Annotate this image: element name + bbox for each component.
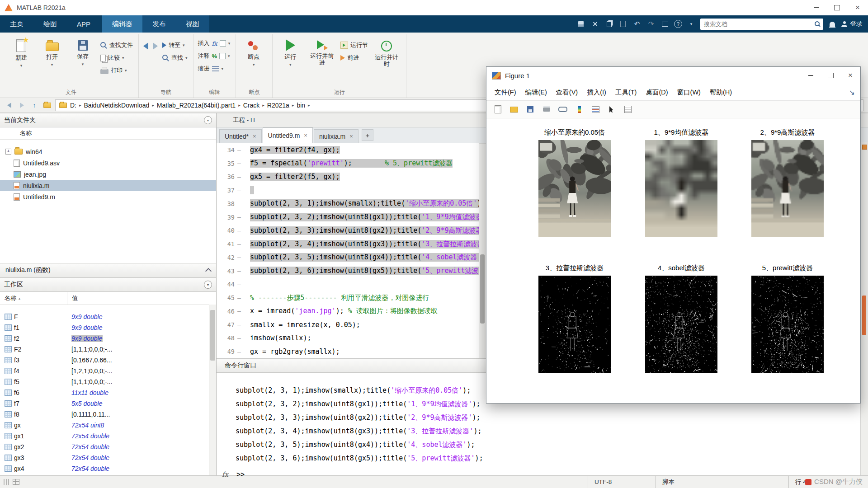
editor-tab[interactable]: Untitled*× xyxy=(219,129,262,143)
tab-apps[interactable]: APP xyxy=(67,15,100,33)
workspace-variable-row[interactable]: gx472x54 double xyxy=(0,463,216,474)
minimize-button[interactable] xyxy=(806,0,826,15)
breakpoints-button[interactable]: 断点 ▾ xyxy=(241,35,267,67)
tab-view[interactable]: 视图 xyxy=(176,15,209,33)
tab-publish[interactable]: 发布 xyxy=(142,15,176,33)
breadcrumb-separator-icon[interactable]: ▸ xyxy=(307,103,311,108)
breadcrumb-segment[interactable]: R2021a xyxy=(265,102,292,109)
search-icon[interactable] xyxy=(815,21,821,27)
nav-forward-icon[interactable] xyxy=(17,101,26,110)
new-script-button[interactable]: 新建 ▾ xyxy=(8,35,34,68)
message-summary-icon[interactable] xyxy=(862,145,867,150)
find-files-button[interactable]: 查找文件 xyxy=(100,41,133,50)
figure-menu-item[interactable]: 编辑(E) xyxy=(521,88,552,97)
nav-back-icon[interactable] xyxy=(5,101,14,110)
figure-minimize-button[interactable] xyxy=(801,67,821,84)
tab-close-icon[interactable]: × xyxy=(304,132,307,139)
close-button[interactable]: × xyxy=(847,0,868,15)
save-figure-icon[interactable] xyxy=(525,104,535,114)
find-button[interactable]: 查找 ▾ xyxy=(162,53,188,62)
switch-window-icon[interactable] xyxy=(660,19,670,29)
layout-pane-icon[interactable] xyxy=(13,479,19,485)
collapse-chevron-icon[interactable] xyxy=(205,268,212,274)
redo-icon[interactable]: ↷ xyxy=(646,19,656,29)
workspace-variable-row[interactable]: f3[0.1667,0.66... xyxy=(0,355,216,366)
doc-search-input[interactable] xyxy=(703,20,815,28)
tab-close-icon[interactable]: × xyxy=(253,133,256,140)
statusbar-grip[interactable] xyxy=(0,479,23,485)
figure-close-button[interactable]: × xyxy=(840,67,860,84)
file-row[interactable]: +win64 xyxy=(0,146,216,157)
command-prompt-row[interactable]: fx >> xyxy=(217,468,868,481)
scrollbar-thumb[interactable] xyxy=(210,310,215,361)
insert-colorbar-icon[interactable] xyxy=(574,104,584,114)
open-button[interactable]: 打开 ▾ xyxy=(39,35,65,67)
insert-legend-icon[interactable] xyxy=(590,104,600,114)
tab-editor[interactable]: 编辑器 xyxy=(102,15,142,33)
quick-save-icon[interactable] xyxy=(576,19,586,29)
workspace-variable-row[interactable]: f5[1,1,1;0,0,0;-... xyxy=(0,376,216,387)
workspace-scrollbar[interactable] xyxy=(209,305,216,475)
breadcrumb-segment[interactable]: Crack xyxy=(241,102,262,109)
print-figure-icon[interactable] xyxy=(542,104,552,114)
figure-maximize-button[interactable] xyxy=(821,67,840,84)
breadcrumb-segment[interactable]: bin xyxy=(294,102,307,109)
editor-message-indicator-bar[interactable] xyxy=(860,142,868,475)
file-details-bar[interactable]: niulixia.m (函数) xyxy=(0,263,216,277)
cut-icon[interactable] xyxy=(590,19,600,29)
insert-button[interactable]: 插入 fx ▾ xyxy=(198,39,231,48)
figure-menu-item[interactable]: 帮助(H) xyxy=(705,88,736,97)
compare-button[interactable]: 比较 ▾ xyxy=(100,53,133,62)
run-section-button[interactable]: 运行节 xyxy=(340,41,368,50)
paste-icon[interactable] xyxy=(618,19,628,29)
tab-plots[interactable]: 绘图 xyxy=(33,15,67,33)
figure-titlebar[interactable]: Figure 1 × xyxy=(486,67,860,84)
folder-up-icon[interactable]: ↑ xyxy=(30,101,39,110)
browse-folder-icon[interactable] xyxy=(42,101,52,110)
toolbar-options-caret-icon[interactable]: ▾ xyxy=(686,19,696,29)
figure-menu-item[interactable]: 查看(V) xyxy=(552,88,582,97)
scrollbar-thumb[interactable] xyxy=(480,254,485,324)
login-button[interactable]: 登录 xyxy=(841,20,863,28)
back-arrow-icon[interactable] xyxy=(143,42,148,50)
open-file-icon[interactable] xyxy=(509,104,519,114)
tab-home[interactable]: 主页 xyxy=(0,15,33,33)
editor-tab[interactable]: Untitled9.m× xyxy=(263,127,313,143)
run-time-button[interactable]: 运行并计时 xyxy=(373,35,401,67)
save-button[interactable]: 保存 ▾ xyxy=(70,35,96,66)
figure-window[interactable]: Figure 1 × 文件(F)编辑(E)查看(V)插入(I)工具(T)桌面(D… xyxy=(486,66,861,404)
workspace-variable-row[interactable]: gx272x54 double xyxy=(0,441,216,452)
workspace-variable-row[interactable]: gx72x54 uint8 xyxy=(0,420,216,431)
file-row[interactable]: jean.jpg xyxy=(0,169,216,180)
file-row[interactable]: Untitled9.m xyxy=(0,191,216,202)
file-row[interactable]: niulixia.m xyxy=(0,180,216,191)
property-inspector-icon[interactable] xyxy=(623,104,633,114)
workspace-variable-row[interactable]: F2[1,1,1;0,0,0;-... xyxy=(0,344,216,355)
workspace-variable-row[interactable]: f19x9 double xyxy=(0,322,216,333)
breadcrumb-segment[interactable]: Matlab_R2021a(64bit).part1 xyxy=(155,102,238,109)
workspace-variable-row[interactable]: gx172x54 double xyxy=(0,431,216,441)
new-tab-button[interactable]: + xyxy=(362,129,373,141)
print-button[interactable]: 打印 ▾ xyxy=(100,66,133,75)
tab-close-icon[interactable]: × xyxy=(349,133,353,140)
copy-icon[interactable] xyxy=(604,19,614,29)
workspace-variable-row[interactable]: f29x9 double xyxy=(0,333,216,344)
advance-button[interactable]: 前进 xyxy=(340,53,368,62)
edit-plot-icon[interactable] xyxy=(607,104,617,114)
warning-marker[interactable] xyxy=(862,296,866,335)
figure-menu-item[interactable]: 桌面(D) xyxy=(641,88,672,97)
undo-icon[interactable]: ↶ xyxy=(632,19,642,29)
file-row[interactable]: Untitled9.asv xyxy=(0,157,216,169)
figure-menu-item[interactable]: 插入(I) xyxy=(582,88,611,97)
dock-figure-icon[interactable]: ↘ xyxy=(849,88,860,97)
indent-button[interactable]: 缩进 ▾ xyxy=(198,64,231,73)
workspace-name-column[interactable]: 名称 ▴ xyxy=(0,292,67,305)
file-name-column-header[interactable]: 名称 xyxy=(0,127,216,140)
workspace-value-column[interactable]: 值 xyxy=(67,294,216,302)
breadcrumb-segment[interactable]: D: xyxy=(68,102,79,109)
link-plot-icon[interactable] xyxy=(558,104,568,114)
workspace-variable-row[interactable]: F9x9 double xyxy=(0,311,216,322)
run-button[interactable]: 运行 ▾ xyxy=(277,35,303,67)
run-advance-button[interactable]: 运行并前进 xyxy=(308,35,336,66)
panel-menu-icon[interactable]: ▾ xyxy=(204,116,212,124)
